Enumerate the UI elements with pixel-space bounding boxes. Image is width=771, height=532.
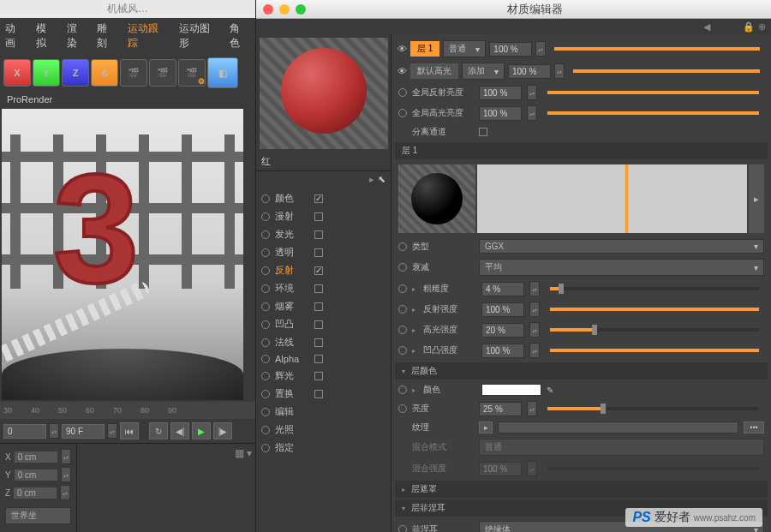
cursor-icon[interactable]: ⬉ — [378, 174, 386, 185]
channel-checkbox[interactable]: ✓ — [314, 266, 323, 275]
close-button[interactable] — [263, 4, 273, 15]
frame-current-input[interactable] — [62, 424, 105, 439]
channel-radio[interactable] — [261, 355, 270, 363]
channel-法线[interactable]: 法线 — [256, 333, 391, 351]
atten-dropdown[interactable]: 平均▾ — [479, 259, 764, 276]
radio[interactable] — [398, 346, 407, 355]
radio[interactable] — [398, 326, 407, 334]
prorender-label[interactable]: ProRender — [0, 92, 255, 107]
channel-checkbox[interactable]: ✓ — [314, 194, 323, 203]
channel-指定[interactable]: 指定 — [256, 439, 391, 457]
layer-color-section[interactable]: ▾层颜色 — [395, 362, 768, 380]
layer-mask-section[interactable]: ▸层遮罩 — [395, 481, 768, 498]
channel-radio[interactable] — [261, 338, 270, 347]
preview-nav-button[interactable]: ▸ — [749, 164, 764, 233]
minimize-button[interactable] — [279, 4, 290, 15]
channel-checkbox[interactable] — [314, 212, 323, 221]
channel-checkbox[interactable] — [314, 230, 323, 239]
type-dropdown[interactable]: GGX▾ — [479, 239, 764, 254]
channel-checkbox[interactable] — [314, 390, 323, 398]
channel-Alpha[interactable]: Alpha — [256, 351, 391, 367]
channel-编辑[interactable]: 编辑 — [256, 403, 391, 421]
channel-烟雾[interactable]: 烟雾 — [256, 297, 391, 315]
spinner[interactable]: ▴▾ — [527, 401, 537, 416]
spinner[interactable]: ▴▾ — [527, 85, 537, 100]
layer1-opacity-slider[interactable] — [554, 47, 760, 51]
play-button[interactable]: ▶ — [192, 422, 211, 439]
channel-radio[interactable] — [261, 266, 270, 275]
global-spec-input[interactable] — [479, 106, 522, 121]
loop-button[interactable]: ↻ — [149, 422, 168, 439]
radio[interactable] — [398, 88, 407, 97]
spec-input[interactable] — [481, 323, 524, 338]
blend-mode-2-dropdown[interactable]: 添加▾ — [462, 63, 505, 80]
coord-y-value[interactable]: 0 cm — [15, 469, 57, 481]
coord-spinner[interactable]: ▴▾ — [60, 485, 70, 500]
channel-radio[interactable] — [261, 426, 270, 434]
global-spec-slider[interactable] — [547, 111, 759, 115]
frame-start-input[interactable] — [3, 424, 46, 439]
radio[interactable] — [398, 109, 407, 117]
world-coord-dropdown[interactable]: 世界坐 — [5, 507, 71, 524]
radio[interactable] — [398, 404, 407, 413]
spinner[interactable]: ▴▾ — [529, 322, 540, 338]
axis-z-button[interactable]: Z — [62, 59, 89, 87]
opacity-spinner[interactable]: ▴▾ — [535, 41, 546, 57]
channel-radio[interactable] — [261, 302, 270, 311]
step-fwd-button[interactable]: |▶ — [213, 422, 232, 439]
channel-checkbox[interactable] — [314, 284, 323, 293]
default-hl-tab[interactable]: 默认高光 — [410, 63, 458, 79]
separate-checkbox[interactable] — [479, 128, 487, 136]
channel-颜色[interactable]: 颜色✓ — [256, 189, 391, 207]
default-hl-opacity-input[interactable] — [508, 64, 551, 79]
channel-radio[interactable] — [261, 248, 270, 257]
channel-辉光[interactable]: 辉光 — [256, 367, 391, 385]
radio[interactable] — [398, 525, 407, 532]
spinner[interactable]: ▴▾ — [529, 302, 540, 317]
bright-input[interactable] — [479, 402, 522, 416]
rough-slider[interactable] — [550, 287, 759, 290]
material-titlebar[interactable]: 材质编辑器 — [256, 0, 771, 19]
channel-radio[interactable] — [261, 444, 270, 452]
opacity-spinner[interactable]: ▴▾ — [554, 63, 565, 79]
menu-render[interactable]: 渲染 — [67, 21, 87, 51]
channel-radio[interactable] — [261, 284, 270, 293]
channel-发光[interactable]: 发光 — [256, 225, 391, 243]
rough-input[interactable] — [481, 282, 524, 296]
maximize-button[interactable] — [296, 4, 306, 15]
channel-radio[interactable] — [261, 408, 270, 416]
menu-mograph[interactable]: 运动图形 — [179, 21, 220, 51]
channel-checkbox[interactable] — [314, 248, 323, 257]
menu-simulate[interactable]: 模拟 — [36, 21, 57, 51]
radio[interactable] — [398, 242, 407, 251]
eyedropper-icon[interactable]: ✎ — [547, 386, 553, 395]
menu-character[interactable]: 角色 — [230, 21, 250, 51]
channel-环境[interactable]: 环境 — [256, 279, 391, 297]
layer1-tab[interactable]: 层 1 — [410, 41, 439, 57]
channel-radio[interactable] — [261, 194, 270, 203]
channel-checkbox[interactable] — [314, 302, 323, 311]
refl-input[interactable] — [481, 302, 524, 317]
channel-checkbox[interactable] — [314, 355, 323, 363]
lock-icon[interactable]: 🔒 — [743, 21, 755, 33]
bright-slider[interactable] — [547, 407, 759, 410]
default-hl-slider[interactable] — [573, 69, 760, 73]
step-back-button[interactable]: ◀| — [170, 422, 189, 439]
channel-checkbox[interactable] — [314, 338, 323, 347]
menu-animation[interactable]: 动画 — [5, 21, 26, 51]
bump-slider[interactable] — [550, 349, 759, 352]
channel-radio[interactable] — [261, 212, 270, 221]
axis-x-button[interactable]: X — [3, 59, 31, 87]
material-name[interactable]: 红 — [261, 155, 271, 168]
spinner[interactable]: ▴▾ — [529, 281, 540, 296]
radio[interactable] — [398, 284, 407, 293]
frame-spinner-2[interactable]: ▴▾ — [107, 423, 117, 439]
channel-凹凸[interactable]: 凹凸 — [256, 315, 391, 333]
take-button-1[interactable]: 🎬 — [120, 59, 147, 87]
frame-spinner[interactable]: ▴▾ — [49, 423, 59, 439]
take-button-3[interactable]: 🎬⚙ — [178, 59, 206, 87]
tex-nav-button[interactable]: ▸ — [479, 421, 493, 433]
tex-menu-button[interactable]: ••• — [744, 421, 764, 433]
channel-checkbox[interactable] — [314, 372, 323, 380]
material-preview-large[interactable] — [260, 38, 388, 149]
